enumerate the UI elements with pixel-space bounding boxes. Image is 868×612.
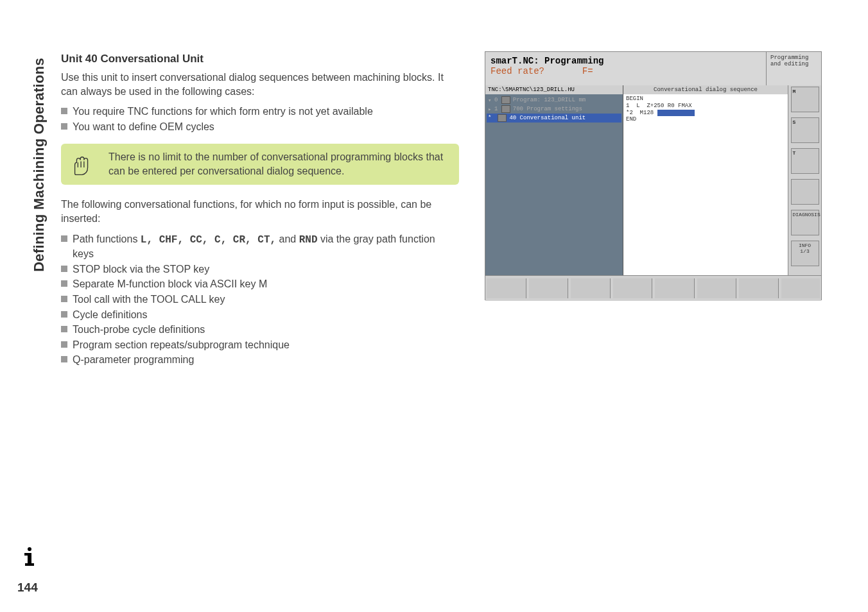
note-hand-icon bbox=[70, 154, 94, 178]
list-item-text: Program section repeats/subprogram techn… bbox=[73, 338, 290, 352]
side-button-m[interactable]: M bbox=[791, 87, 819, 112]
bullet-icon bbox=[61, 296, 67, 302]
right-button-bar: M S T DIAGNOSIS INFO 1/3 bbox=[788, 85, 821, 275]
list-item: Q-parameter programming bbox=[61, 353, 459, 367]
list-item-text: Separate M-function block via ASCII key … bbox=[73, 277, 267, 291]
bullet-list-a: You require TNC functions for which form… bbox=[61, 105, 459, 133]
list-item-text: You want to define OEM cycles bbox=[73, 120, 214, 134]
main-content: Unit 40 Conversational Unit Use this uni… bbox=[61, 53, 459, 376]
bullet-list-b: Path functions L, CHF, CC, C, CR, CT, an… bbox=[61, 232, 459, 367]
list-item-text: Tool call with the TOOL CALL key bbox=[73, 293, 225, 307]
list-item: You want to define OEM cycles bbox=[61, 120, 459, 134]
list-item: Cycle definitions bbox=[61, 308, 459, 322]
code-panel: Conversational dialog sequence BEGIN 1 L… bbox=[623, 85, 788, 275]
screenshot-title: smarT.NC: Programming bbox=[490, 56, 761, 66]
list-item-text: STOP block via the STOP key bbox=[73, 262, 209, 276]
screenshot-tree-panel: TNC:\SMARTNC\123_DRILL.HU ▾ 0 Program: 1… bbox=[485, 85, 623, 275]
bullet-icon bbox=[61, 326, 67, 332]
softkey[interactable] bbox=[529, 278, 569, 298]
code-block: BEGIN 1 L Z+250 R0 FMAX *2 M128 END bbox=[623, 94, 788, 124]
screenshot-header-left: smarT.NC: Programming Feed rate? F= bbox=[485, 52, 767, 85]
screenshot-subtitle: Feed rate? F= bbox=[490, 66, 761, 76]
code-line: END bbox=[626, 116, 785, 123]
list-item: Path functions L, CHF, CC, C, CR, CT, an… bbox=[61, 232, 459, 261]
list-item-text: Path functions L, CHF, CC, C, CR, CT, an… bbox=[73, 232, 459, 261]
list-item-text: Q-parameter programming bbox=[73, 353, 194, 367]
intro-paragraph: Use this unit to insert conversational d… bbox=[61, 71, 459, 98]
tree-arrow-icon: ▾ bbox=[488, 97, 494, 104]
bullet-icon bbox=[61, 356, 67, 362]
softkey[interactable] bbox=[655, 278, 695, 298]
tree-row[interactable]: ▾ 0 Program: 123_DRILL mm bbox=[487, 96, 621, 105]
info-icon bbox=[19, 545, 40, 566]
page-number: 144 bbox=[17, 581, 38, 595]
tree-row[interactable]: ▸ 1 700 Program settings bbox=[487, 105, 621, 114]
side-button-blank[interactable] bbox=[791, 179, 819, 205]
list-item: Touch-probe cycle definitions bbox=[61, 323, 459, 337]
bullet-icon bbox=[61, 108, 67, 114]
paragraph-2: The following conversational functions, … bbox=[61, 198, 459, 225]
tree-node-icon bbox=[501, 96, 510, 104]
unit-heading: Unit 40 Conversational Unit bbox=[61, 53, 459, 65]
tree-row-selected[interactable]: * 40 Conversational unit bbox=[487, 114, 621, 123]
softkey[interactable] bbox=[487, 278, 526, 298]
note-text: There is no limit to the number of conve… bbox=[108, 150, 450, 178]
tree-header: TNC:\SMARTNC\123_DRILL.HU bbox=[485, 85, 623, 94]
list-item-text: You require TNC functions for which form… bbox=[73, 105, 373, 119]
bullet-icon bbox=[61, 266, 67, 272]
list-item-text: Cycle definitions bbox=[73, 308, 148, 322]
bullet-icon bbox=[61, 341, 67, 348]
screenshot-header: smarT.NC: Programming Feed rate? F= Prog… bbox=[485, 52, 821, 85]
softkey[interactable] bbox=[739, 278, 779, 298]
bullet-icon bbox=[61, 280, 67, 287]
list-item-text: Touch-probe cycle definitions bbox=[73, 323, 205, 337]
code-line: *2 M128 bbox=[626, 110, 785, 117]
code-line: BEGIN bbox=[626, 96, 785, 103]
tree-arrow-icon: ▸ bbox=[488, 106, 494, 113]
code-cursor bbox=[657, 110, 695, 117]
bullet-icon bbox=[61, 311, 67, 318]
list-item: Program section repeats/subprogram techn… bbox=[61, 338, 459, 352]
cnc-screenshot: smarT.NC: Programming Feed rate? F= Prog… bbox=[485, 51, 822, 300]
softkey[interactable] bbox=[613, 278, 653, 298]
screenshot-mode: Programming and editing bbox=[767, 52, 821, 85]
section-title-vertical: Defining Machining Operations bbox=[31, 0, 48, 58]
note-box: There is no limit to the number of conve… bbox=[61, 144, 459, 185]
side-button-t[interactable]: T bbox=[791, 148, 819, 174]
softkey[interactable] bbox=[571, 278, 611, 298]
softkey[interactable] bbox=[781, 278, 820, 298]
bullet-icon bbox=[61, 123, 67, 130]
list-item: You require TNC functions for which form… bbox=[61, 105, 459, 119]
bullet-icon bbox=[61, 235, 67, 242]
tree-arrow-icon: * bbox=[488, 115, 494, 121]
list-item: Tool call with the TOOL CALL key bbox=[61, 293, 459, 307]
tree-node-icon bbox=[501, 105, 510, 113]
tree-node-icon bbox=[498, 114, 507, 122]
softkey-bar bbox=[485, 275, 821, 301]
code-line: 1 L Z+250 R0 FMAX bbox=[626, 103, 785, 110]
softkey[interactable] bbox=[697, 278, 737, 298]
side-button-s[interactable]: S bbox=[791, 117, 819, 143]
code-header: Conversational dialog sequence bbox=[623, 85, 788, 94]
side-button-diagnosis[interactable]: DIAGNOSIS bbox=[791, 210, 819, 235]
list-item: STOP block via the STOP key bbox=[61, 262, 459, 276]
side-button-info[interactable]: INFO 1/3 bbox=[791, 241, 819, 266]
list-item: Separate M-function block via ASCII key … bbox=[61, 277, 459, 291]
